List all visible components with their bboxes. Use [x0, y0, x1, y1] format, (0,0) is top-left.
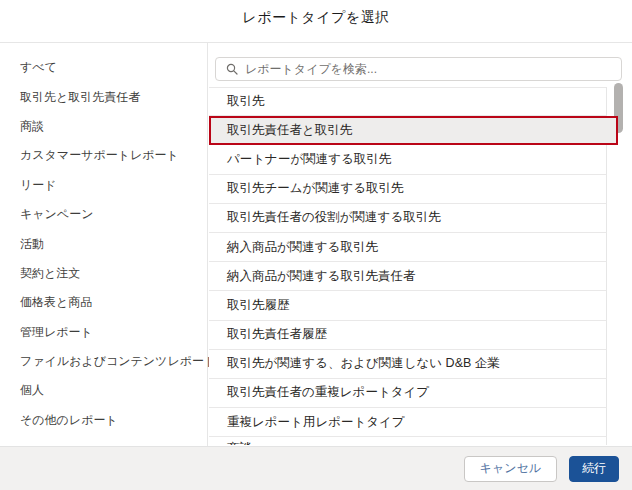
sidebar-item[interactable]: 個人	[0, 376, 207, 405]
report-type-panel: 取引先取引先責任者と取引先パートナーが関連する取引先取引先チームが関連する取引先…	[208, 43, 632, 446]
report-type-option[interactable]: パートナーが関連する取引先	[209, 145, 607, 174]
modal-body: すべて取引先と取引先責任者商談カスタマーサポートレポートリードキャンペーン活動契…	[0, 43, 632, 446]
report-type-option[interactable]: 納入商品が関連する取引先責任者	[209, 262, 607, 291]
report-type-option[interactable]: 取引先	[209, 87, 607, 116]
sidebar-item[interactable]: リード	[0, 171, 207, 200]
sidebar-item[interactable]: 契約と注文	[0, 259, 207, 288]
cancel-button[interactable]: キャンセル	[464, 456, 557, 482]
report-type-list: 取引先取引先責任者と取引先パートナーが関連する取引先取引先チームが関連する取引先…	[209, 87, 621, 445]
sidebar-item[interactable]: 取引先と取引先責任者	[0, 82, 207, 111]
category-sidebar: すべて取引先と取引先責任者商談カスタマーサポートレポートリードキャンペーン活動契…	[0, 43, 208, 446]
search-box[interactable]	[215, 57, 622, 81]
report-type-option[interactable]: 取引先が関連する、および関連しない D&B 企業	[209, 350, 607, 379]
report-type-option[interactable]: 重複レポート用レポートタイプ	[209, 408, 607, 437]
report-type-option-partial[interactable]: 商談	[209, 437, 607, 445]
sidebar-item[interactable]: 商談	[0, 112, 207, 141]
report-type-option[interactable]: 取引先責任者履歴	[209, 321, 607, 350]
sidebar-item[interactable]: ファイルおよびコンテンツレポート	[0, 347, 207, 376]
report-type-option-selected[interactable]: 取引先責任者と取引先	[209, 116, 618, 145]
sidebar-item[interactable]: 管理レポート	[0, 318, 207, 347]
search-input[interactable]	[245, 62, 621, 76]
select-report-type-modal: レポートタイプを選択 すべて取引先と取引先責任者商談カスタマーサポートレポートリ…	[0, 0, 632, 490]
search-icon	[226, 63, 238, 75]
sidebar-item[interactable]: 価格表と商品	[0, 288, 207, 317]
sidebar-item[interactable]: 活動	[0, 229, 207, 258]
report-type-option[interactable]: 取引先責任者の重複レポートタイプ	[209, 379, 607, 408]
report-type-option[interactable]: 取引先責任者の役割が関連する取引先	[209, 204, 607, 233]
sidebar-item[interactable]: キャンペーン	[0, 200, 207, 229]
sidebar-item[interactable]: その他のレポート	[0, 406, 207, 435]
modal-title: レポートタイプを選択	[0, 0, 632, 27]
report-type-option[interactable]: 納入商品が関連する取引先	[209, 233, 607, 262]
sidebar-item[interactable]: すべて	[0, 53, 207, 82]
modal-footer: キャンセル 続行	[0, 446, 632, 490]
continue-button[interactable]: 続行	[569, 456, 619, 482]
report-type-option[interactable]: 取引先チームが関連する取引先	[209, 175, 607, 204]
modal-header: レポートタイプを選択	[0, 0, 632, 43]
sidebar-item[interactable]: カスタマーサポートレポート	[0, 141, 207, 170]
report-type-option[interactable]: 取引先履歴	[209, 291, 607, 320]
